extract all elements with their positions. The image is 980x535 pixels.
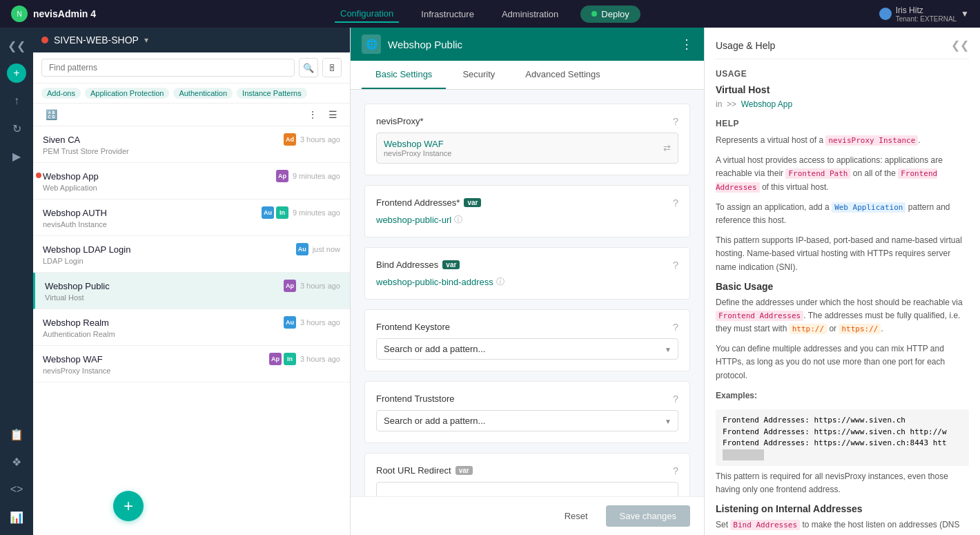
patterns-panel: SIVEN-WEB-SHOP ▾ 🔍 🎚 Add-ons Application… [33, 28, 351, 535]
sort-button[interactable]: 🔠 [41, 108, 61, 121]
nevis-proxy-subvalue: nevisProxy Instance [384, 149, 451, 157]
bind-addresses-link-help-icon: ⓘ [496, 276, 504, 288]
bind-addresses-link[interactable]: webshop-public-bind-address ⓘ [376, 276, 678, 288]
usage-section-label: USAGE [716, 69, 969, 79]
help-code-nevis-proxy: nevisProxy Instance [825, 135, 918, 146]
pattern-status-dot [36, 173, 41, 178]
badge-au: Au [284, 316, 296, 329]
project-dropdown-icon[interactable]: ▾ [144, 35, 148, 45]
tag-instance-patterns[interactable]: Instance Patterns [237, 88, 307, 99]
tab-basic-settings[interactable]: Basic Settings [362, 61, 446, 89]
root-url-var-badge: var [455, 466, 473, 475]
search-input[interactable] [41, 59, 295, 77]
help-code-frontend-addr-2: Frontend Addresses [716, 311, 803, 321]
frontend-keystore-select[interactable]: Search or add a pattern... [376, 338, 678, 360]
pattern-name: Siven CA [43, 135, 80, 145]
reset-button[interactable]: Reset [555, 506, 598, 526]
nav-infrastructure[interactable]: Infrastructure [415, 6, 480, 22]
sidebar-chart-icon[interactable]: 📊 [4, 505, 29, 529]
frontend-truststore-help-icon[interactable]: ? [673, 393, 678, 405]
field-frontend-keystore: Frontend Keystore ? Search or add a patt… [364, 309, 690, 371]
help-listening-text: Set Bind Addresses to make the host list… [716, 518, 969, 532]
frontend-addresses-link[interactable]: webshop-public-url ⓘ [376, 214, 678, 226]
add-pattern-button[interactable]: + [113, 491, 144, 521]
badge-ap: Ap [276, 170, 288, 182]
breadcrumb-link[interactable]: Webshop App [741, 99, 793, 109]
help-intro-text: Represents a virtual host of a nevisProx… [716, 134, 969, 147]
frontend-keystore-select-wrapper: Search or add a pattern... [376, 338, 678, 360]
help-header: Usage & Help ❮❮ [716, 39, 969, 59]
help-code-frontend-path: Frontend Path [785, 168, 850, 179]
help-breadcrumb: in >> Webshop App [716, 99, 969, 109]
help-basic-usage-text: Define the addresses under which the hos… [716, 296, 969, 336]
pattern-item-webshop-waf[interactable]: Webshop WAF Ap In 3 hours ago nevisProxy… [33, 346, 350, 382]
nevis-proxy-value-container: Webshop WAF nevisProxy Instance ⇄ [376, 133, 678, 164]
sidebar-clipboard-icon[interactable]: 📋 [4, 422, 29, 447]
deploy-button[interactable]: Deploy [580, 6, 640, 23]
help-code-bind-addr: Bind Addresses [730, 520, 800, 530]
pattern-item-webshop-ldap[interactable]: Webshop LDAP Login Au just now LDAP Logi… [33, 236, 350, 273]
pattern-item-webshop-app[interactable]: Webshop App Ap 9 minutes ago Web Applica… [33, 163, 350, 200]
pattern-name: Webshop LDAP Login [43, 244, 130, 255]
sidebar-code-icon[interactable]: <> [4, 477, 29, 502]
help-section-label: HELP [716, 119, 969, 128]
nav-configuration[interactable]: Configuration [335, 6, 399, 23]
patterns-list: Siven CA Ad 3 hours ago PEM Trust Store … [33, 126, 350, 535]
badge-in: In [276, 206, 288, 219]
tag-app-protection[interactable]: Application Protection [85, 88, 169, 99]
pattern-item-webshop-realm[interactable]: Webshop Realm Au 3 hours ago Authenticat… [33, 309, 350, 346]
field-root-url-redirect: Root URL Redirect var ? [364, 453, 690, 496]
frontend-keystore-help-icon[interactable]: ? [673, 321, 678, 333]
tabs-bar: Basic Settings Security Advanced Setting… [351, 61, 704, 90]
content-more-icon[interactable]: ⋮ [680, 37, 693, 52]
field-label-bind-addresses: Bind Addresses var [376, 260, 460, 270]
list-view-button[interactable]: ☰ [324, 108, 342, 121]
save-button[interactable]: Save changes [606, 505, 690, 527]
app-logo-area: N nevisAdmin 4 [11, 6, 96, 22]
help-para-2: To assign an application, add a Web Appl… [716, 201, 969, 227]
tab-security[interactable]: Security [449, 61, 509, 89]
help-close-icon[interactable]: ❮❮ [951, 39, 969, 52]
sidebar-play-icon[interactable]: ▶ [4, 144, 29, 168]
nevis-proxy-action-icon[interactable]: ⇄ [663, 143, 671, 153]
pattern-name: Webshop Realm [43, 318, 109, 328]
field-nevis-proxy: nevisProxy* ? Webshop WAF nevisProxy Ins… [364, 104, 690, 175]
deploy-status-dot [591, 11, 597, 17]
project-name: SIVEN-WEB-SHOP [54, 35, 139, 46]
app-logo-icon: N [11, 6, 28, 22]
help-nevis-proxy-note: This pattern is required for all nevisPr… [716, 470, 969, 496]
filter-button[interactable]: 🎚 [322, 58, 342, 77]
nav-administration[interactable]: Administration [496, 6, 564, 22]
more-options-button[interactable]: ⋮ [304, 108, 322, 121]
root-url-help-icon[interactable]: ? [673, 465, 678, 476]
field-label-frontend-truststore: Frontend Truststore [376, 393, 454, 404]
sidebar-refresh-icon[interactable]: ↻ [4, 116, 29, 141]
field-frontend-addresses: Frontend Addresses* var ? webshop-public… [364, 185, 690, 237]
search-button[interactable]: 🔍 [299, 58, 318, 77]
root-url-input[interactable] [376, 482, 678, 496]
sidebar-puzzle-icon[interactable]: ❖ [4, 449, 29, 474]
patterns-search-bar: 🔍 🎚 [33, 52, 350, 84]
badge-ap: Ap [269, 353, 282, 365]
field-label-frontend-keystore: Frontend Keystore [376, 322, 450, 332]
pattern-item-siven-ca[interactable]: Siven CA Ad 3 hours ago PEM Trust Store … [33, 126, 350, 163]
sidebar-add-icon[interactable]: + [7, 64, 26, 83]
tab-advanced-settings[interactable]: Advanced Settings [511, 61, 614, 89]
user-menu-icon[interactable]: ▼ [961, 9, 969, 19]
pattern-item-webshop-auth[interactable]: Webshop AUTH Au In 9 minutes ago nevisAu… [33, 200, 350, 236]
tag-authentication[interactable]: Authentication [173, 88, 233, 99]
main-layout: ❮❮ + ↑ ↻ ▶ 📋 ❖ <> 📊 SIVEN-WEB-SHOP ▾ 🔍 🎚… [0, 28, 980, 535]
sidebar-expand-icon[interactable]: ❮❮ [4, 33, 29, 58]
frontend-truststore-select[interactable]: Search or add a pattern... [376, 410, 678, 431]
nevis-proxy-help-icon[interactable]: ? [673, 115, 678, 127]
frontend-truststore-select-wrapper: Search or add a pattern... [376, 410, 678, 431]
bind-addresses-help-icon[interactable]: ? [673, 259, 678, 271]
main-nav: Configuration Infrastructure Administrat… [335, 6, 640, 23]
tag-addons[interactable]: Add-ons [41, 88, 81, 99]
content-body: nevisProxy* ? Webshop WAF nevisProxy Ins… [351, 90, 704, 496]
user-name: Iris Hitz [896, 6, 957, 15]
frontend-addresses-help-icon[interactable]: ? [673, 197, 678, 208]
sidebar-upload-icon[interactable]: ↑ [4, 88, 29, 113]
help-code-web-app: Web Application [832, 202, 905, 213]
pattern-item-webshop-public[interactable]: Webshop Public Ap 3 hours ago Virtual Ho… [33, 273, 350, 309]
